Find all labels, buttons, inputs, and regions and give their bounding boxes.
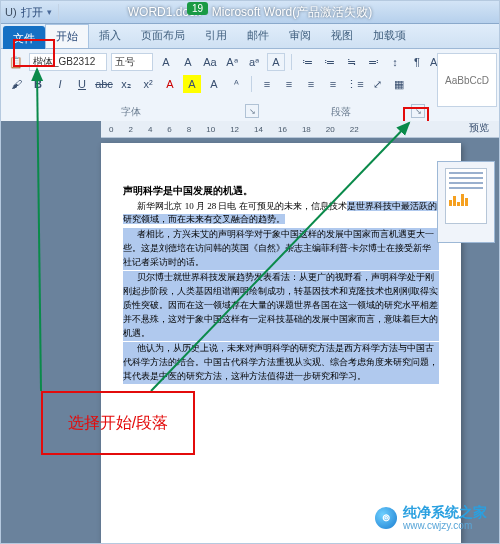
shading-button[interactable]: ⤢	[368, 75, 386, 93]
document-page[interactable]: 声明科学是中国发展的机遇。 新华网北京 10 月 28 日电 在可预见的未来，信…	[101, 143, 461, 543]
font-color-button[interactable]: A	[161, 75, 179, 93]
decrease-indent-button[interactable]: ≕	[364, 53, 382, 71]
qat-badge: 19	[187, 2, 208, 15]
paste-button[interactable]: 📋	[7, 53, 25, 71]
document-area: 0 2 4 6 8 10 12 14 16 18 20 22 预览 声明科学是中…	[1, 121, 499, 543]
char-border-button[interactable]: A	[267, 53, 285, 71]
tab-addins[interactable]: 加载项	[363, 24, 416, 48]
change-case-button[interactable]: Aa	[201, 53, 219, 71]
tab-home[interactable]: 开始	[45, 24, 89, 48]
bullets-button[interactable]: ≔	[298, 53, 316, 71]
superscript-button[interactable]: x²	[139, 75, 157, 93]
tab-file[interactable]: 文件	[3, 26, 45, 50]
thumbnail-pane-label: 预览	[469, 121, 489, 135]
subscript-button[interactable]: x₂	[117, 75, 135, 93]
tab-references[interactable]: 引用	[195, 24, 237, 48]
horizontal-ruler[interactable]: 0 2 4 6 8 10 12 14 16 18 20 22	[101, 121, 499, 138]
doc-paragraph: 他认为，从历史上说，未来对声明科学的研究方法是西方科学方法与中国古代科学方法的结…	[123, 342, 439, 384]
shrink-font-button[interactable]: A	[179, 53, 197, 71]
align-left-button[interactable]: ≡	[258, 75, 276, 93]
ruler-tick: 6	[167, 125, 171, 134]
title-bar: U) 打开 ▾ WORD1.docx - Microsoft Word(产品激活…	[1, 1, 499, 24]
tab-review[interactable]: 审阅	[279, 24, 321, 48]
ruler-tick: 4	[148, 125, 152, 134]
format-painter-button[interactable]: 🖌	[7, 75, 25, 93]
watermark: ⊚ 纯净系统之家 www.cwjzy.com	[375, 504, 487, 531]
tab-view[interactable]: 视图	[321, 24, 363, 48]
ruler-tick: 10	[206, 125, 215, 134]
tab-mailings[interactable]: 邮件	[237, 24, 279, 48]
font-name-combo[interactable]: 楷体_GB2312	[29, 53, 107, 71]
phonetic-button[interactable]: aᵃ	[245, 53, 263, 71]
doc-paragraph: 者相比，方兴未艾的声明科学对于象中国这样的发展中国家而言机遇更大一些。这是刘德培…	[123, 228, 439, 270]
doc-paragraph: 新华网北京 10 月 28 日电 在可预见的未来，信息技术是世界科技中最活跃的研…	[123, 200, 439, 228]
multilevel-button[interactable]: ≒	[342, 53, 360, 71]
watermark-logo-icon: ⊚	[375, 507, 397, 529]
ruler-tick: 8	[187, 125, 191, 134]
annotation-callout: 选择开始/段落	[41, 391, 195, 455]
doc-paragraph: 贝尔博士就世界科技发展趋势发表看法：从更广的视野看，声明科学处于刚刚起步阶段，人…	[123, 271, 439, 341]
ruler-tick: 22	[350, 125, 359, 134]
show-marks-button[interactable]: ¶	[408, 53, 426, 71]
tab-pagelayout[interactable]: 页面布局	[131, 24, 195, 48]
tab-insert[interactable]: 插入	[89, 24, 131, 48]
underline-button[interactable]: U	[73, 75, 91, 93]
increase-indent-button[interactable]: ↕	[386, 53, 404, 71]
ribbon: 📋 楷体_GB2312 五号 A A Aa Aᵃ aᵃ A ≔ ≔ ≒ ≕ ↕ …	[1, 49, 499, 122]
annotation-text: 选择开始/段落	[68, 413, 168, 434]
highlight-button[interactable]: A	[183, 75, 201, 93]
styles-gallery[interactable]: AaBbCcD	[437, 53, 497, 107]
italic-button[interactable]: I	[51, 75, 69, 93]
ruler-tick: 14	[254, 125, 263, 134]
window-title: WORD1.docx - Microsoft Word(产品激活失败)	[1, 4, 499, 21]
align-justify-button[interactable]: ≡	[324, 75, 342, 93]
grow-font-button[interactable]: A	[157, 53, 175, 71]
ruler-tick: 12	[230, 125, 239, 134]
thumbnail-page[interactable]	[445, 168, 487, 224]
clear-format-button[interactable]: Aᵃ	[223, 53, 241, 71]
numbering-button[interactable]: ≔	[320, 53, 338, 71]
paragraph-dialog-launcher[interactable]: ↘	[411, 104, 425, 118]
align-center-button[interactable]: ≡	[280, 75, 298, 93]
thumbnail-pane[interactable]	[437, 161, 495, 243]
group-font-label: 字体	[121, 105, 141, 119]
doc-title: 声明科学是中国发展的机遇。	[123, 183, 439, 199]
align-right-button[interactable]: ≡	[302, 75, 320, 93]
bold-button[interactable]: B	[29, 75, 47, 93]
font-dialog-launcher[interactable]: ↘	[245, 104, 259, 118]
group-paragraph-label: 段落	[331, 105, 351, 119]
ruler-tick: 18	[302, 125, 311, 134]
text-effects-button[interactable]: A	[205, 75, 223, 93]
char-shading-button[interactable]: ᴬ	[227, 75, 245, 93]
ruler-tick: 16	[278, 125, 287, 134]
strike-button[interactable]: abc	[95, 75, 113, 93]
ruler-tick: 0	[109, 125, 113, 134]
ruler-tick: 20	[326, 125, 335, 134]
font-size-combo[interactable]: 五号	[111, 53, 153, 71]
line-spacing-button[interactable]: ⋮≡	[346, 75, 364, 93]
ruler-tick: 2	[128, 125, 132, 134]
ribbon-tabs: 文件 开始 插入 页面布局 引用 邮件 审阅 视图 加载项	[1, 24, 499, 49]
borders-button[interactable]: ▦	[390, 75, 408, 93]
